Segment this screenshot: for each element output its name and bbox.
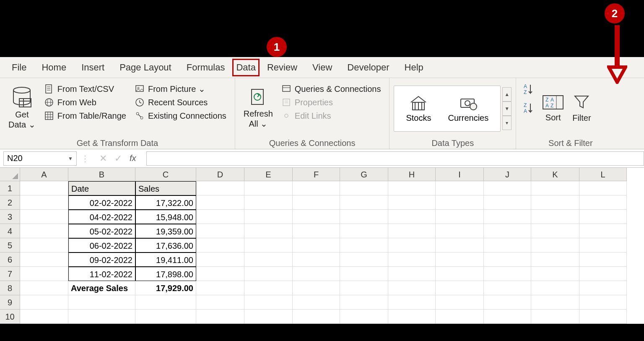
currencies-button[interactable]: Currencies bbox=[440, 92, 497, 125]
cell[interactable] bbox=[244, 210, 293, 224]
cell[interactable] bbox=[244, 295, 293, 310]
formula-input[interactable] bbox=[146, 151, 644, 166]
cell[interactable] bbox=[340, 238, 388, 252]
sort-asc-button[interactable]: AZ bbox=[523, 83, 535, 98]
cell[interactable] bbox=[196, 224, 244, 238]
cell[interactable] bbox=[388, 224, 436, 238]
cell[interactable] bbox=[484, 281, 531, 295]
cell[interactable] bbox=[531, 210, 579, 224]
cell[interactable] bbox=[20, 252, 68, 267]
cell[interactable] bbox=[68, 295, 135, 310]
cell[interactable] bbox=[484, 267, 531, 281]
cell[interactable] bbox=[531, 224, 579, 238]
row-header[interactable]: 10 bbox=[0, 310, 20, 324]
tab-review[interactable]: Review bbox=[260, 59, 305, 76]
from-web-button[interactable]: From Web bbox=[42, 96, 128, 109]
gallery-down-button[interactable]: ▼ bbox=[502, 102, 512, 116]
cell[interactable] bbox=[293, 238, 340, 252]
cell[interactable] bbox=[531, 281, 579, 295]
cell[interactable] bbox=[579, 310, 627, 324]
cell[interactable] bbox=[196, 281, 244, 295]
cell[interactable] bbox=[340, 281, 388, 295]
cell[interactable] bbox=[579, 267, 627, 281]
tab-home[interactable]: Home bbox=[34, 59, 74, 76]
cell[interactable] bbox=[196, 181, 244, 195]
tab-data[interactable]: Data bbox=[232, 59, 259, 76]
cell[interactable]: 19,359.00 bbox=[135, 224, 196, 238]
from-text-csv-button[interactable]: From Text/CSV bbox=[42, 82, 128, 96]
cell[interactable] bbox=[484, 295, 531, 310]
cell[interactable] bbox=[340, 210, 388, 224]
cell[interactable] bbox=[388, 195, 436, 210]
cell[interactable] bbox=[293, 252, 340, 267]
enter-formula-button[interactable]: ✓ bbox=[114, 153, 122, 164]
row-header[interactable]: 7 bbox=[0, 267, 20, 281]
row-header[interactable]: 2 bbox=[0, 195, 20, 210]
name-box-dropdown-icon[interactable]: ▼ bbox=[68, 156, 73, 161]
cell[interactable] bbox=[20, 210, 68, 224]
cell[interactable] bbox=[531, 310, 579, 324]
cell[interactable]: 02-02-2022 bbox=[68, 195, 135, 210]
cell[interactable] bbox=[293, 281, 340, 295]
cell[interactable] bbox=[244, 195, 293, 210]
cell[interactable] bbox=[579, 252, 627, 267]
row-header[interactable]: 5 bbox=[0, 238, 20, 252]
cell[interactable] bbox=[531, 267, 579, 281]
cell[interactable] bbox=[484, 210, 531, 224]
cell[interactable] bbox=[68, 310, 135, 324]
stocks-button[interactable]: Stocks bbox=[397, 92, 439, 125]
cell[interactable] bbox=[436, 224, 484, 238]
cell[interactable] bbox=[484, 195, 531, 210]
refresh-all-button[interactable]: Refresh All ⌄ bbox=[239, 81, 277, 135]
cell[interactable] bbox=[579, 181, 627, 195]
cell[interactable] bbox=[436, 267, 484, 281]
cell[interactable] bbox=[293, 181, 340, 195]
row-header[interactable]: 1 bbox=[0, 181, 20, 195]
column-header[interactable]: J bbox=[484, 168, 531, 181]
row-header[interactable]: 9 bbox=[0, 295, 20, 310]
cell[interactable] bbox=[579, 295, 627, 310]
cell[interactable] bbox=[135, 310, 196, 324]
cell[interactable] bbox=[436, 210, 484, 224]
cell[interactable] bbox=[244, 238, 293, 252]
sort-button[interactable]: ZA AZ Sort bbox=[538, 81, 568, 135]
cell[interactable] bbox=[388, 295, 436, 310]
row-header[interactable]: 6 bbox=[0, 252, 20, 267]
column-header[interactable]: L bbox=[579, 168, 627, 181]
cell[interactable] bbox=[436, 195, 484, 210]
existing-connections-button[interactable]: Existing Connections bbox=[133, 109, 228, 122]
select-all-corner[interactable] bbox=[0, 168, 20, 181]
cell[interactable] bbox=[196, 295, 244, 310]
cell[interactable] bbox=[340, 267, 388, 281]
column-header[interactable]: H bbox=[388, 168, 436, 181]
cell[interactable] bbox=[340, 310, 388, 324]
cell[interactable] bbox=[244, 310, 293, 324]
tab-file[interactable]: File bbox=[4, 59, 34, 76]
cell[interactable] bbox=[436, 238, 484, 252]
cell[interactable]: 17,898.00 bbox=[135, 267, 196, 281]
tab-page-layout[interactable]: Page Layout bbox=[112, 59, 179, 76]
cell[interactable] bbox=[388, 210, 436, 224]
cell[interactable] bbox=[531, 238, 579, 252]
get-data-button[interactable]: Get Data ⌄ bbox=[4, 81, 40, 135]
cell[interactable] bbox=[388, 281, 436, 295]
cell[interactable] bbox=[196, 267, 244, 281]
cell[interactable] bbox=[531, 181, 579, 195]
cell[interactable] bbox=[436, 181, 484, 195]
column-header[interactable]: B bbox=[68, 168, 135, 181]
cell[interactable] bbox=[20, 224, 68, 238]
cell[interactable]: 17,636.00 bbox=[135, 238, 196, 252]
cell[interactable] bbox=[244, 267, 293, 281]
cell[interactable] bbox=[244, 281, 293, 295]
filter-button[interactable]: Filter bbox=[568, 81, 595, 135]
sort-desc-button[interactable]: ZA bbox=[523, 102, 535, 117]
queries-connections-button[interactable]: Queries & Connections bbox=[280, 82, 383, 96]
cell[interactable]: 11-02-2022 bbox=[68, 267, 135, 281]
tab-formulas[interactable]: Formulas bbox=[179, 59, 233, 76]
cell[interactable]: 15,948.00 bbox=[135, 210, 196, 224]
column-header[interactable]: K bbox=[531, 168, 579, 181]
cell[interactable] bbox=[293, 267, 340, 281]
cell[interactable] bbox=[135, 295, 196, 310]
column-header[interactable]: I bbox=[436, 168, 484, 181]
cell[interactable] bbox=[20, 281, 68, 295]
